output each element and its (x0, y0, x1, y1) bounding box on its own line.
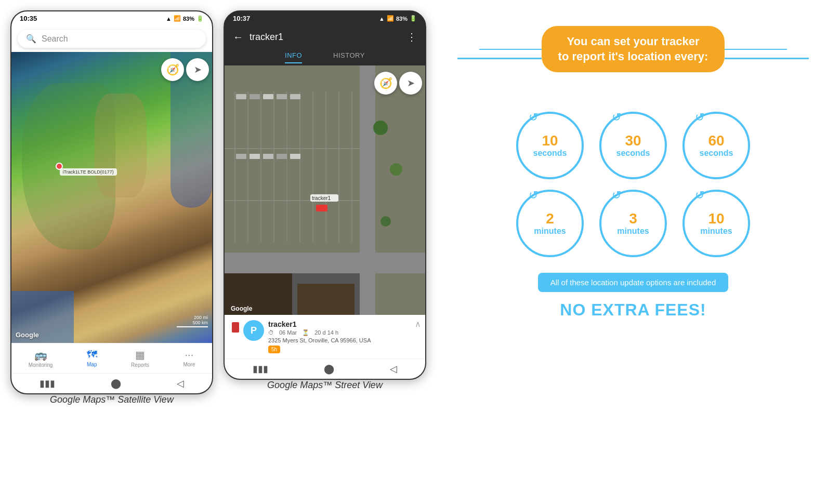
time-badge: 5h (268, 346, 280, 353)
tab-history[interactable]: HISTORY (333, 48, 365, 63)
tracker-details: tracker1 ⏱ 06 Mar ⏳ 20 d 14 h 2325 Myers… (268, 320, 418, 353)
circles-grid: ↺ 10 seconds ↺ 30 seconds ↺ 60 seconds (516, 112, 750, 257)
tracker-title: tracker1 (250, 32, 400, 43)
svg-rect-5 (297, 284, 355, 315)
compass-button[interactable]: 🧭 (161, 58, 184, 81)
system-recent-icon2[interactable]: ◁ (390, 363, 397, 375)
circle-30sec: ↺ 30 seconds (599, 112, 667, 179)
arrow-icon-2: ↺ (695, 111, 704, 124)
svg-point-29 (373, 121, 388, 135)
scale-label-km: 500 km (192, 320, 208, 325)
info-panel: You can set your tracker to report it's … (437, 10, 830, 335)
circle-60sec: ↺ 60 seconds (682, 112, 750, 179)
tracker-meta: ⏱ 06 Mar ⏳ 20 d 14 h (268, 329, 418, 336)
menu-button[interactable]: ⋮ (406, 31, 417, 43)
scale-line (177, 326, 208, 327)
circle-3min: ↺ 3 minutes (599, 190, 667, 257)
svg-text:tracker1: tracker1 (312, 195, 331, 201)
compass-icon: 🧭 (166, 63, 179, 76)
svg-rect-26 (277, 154, 287, 159)
svg-rect-23 (236, 154, 246, 159)
circle-3-number: 2 (546, 211, 554, 226)
phone2-header: ← tracker1 ⋮ (225, 25, 425, 48)
more-icon: ··· (185, 349, 194, 361)
right-divider-line (725, 58, 809, 59)
battery-icon: 🔋 (196, 15, 204, 22)
system-recent-icon[interactable]: ◁ (177, 378, 184, 389)
pin-label: iTrack1LTE BOLD(0177) (60, 168, 117, 176)
phone1-mockup: 10:35 ▲ 📶 83% 🔋 🔍 Search (10, 10, 213, 394)
phone1-time: 10:35 (20, 15, 37, 22)
phone2-status-icons: ▲ 📶 83% 🔋 (379, 15, 417, 22)
system-home-icon2[interactable]: ⬤ (324, 363, 334, 375)
phone1-caption: Google Maps™ Satellite View (10, 394, 213, 405)
phone2-aerial-map[interactable]: Google tracker1 🧭 ➤ (225, 65, 425, 315)
circle-5-unit: minutes (700, 226, 732, 236)
nav-reports[interactable]: ▦ Reports (127, 347, 153, 370)
scale-bar: 200 mi 500 km (177, 315, 208, 327)
svg-rect-2 (360, 65, 375, 315)
battery-text: 83% (183, 16, 194, 22)
banner-text: All of these location update options are… (550, 278, 716, 287)
monitoring-label: Monitoring (29, 362, 53, 368)
search-box[interactable]: 🔍 Search (18, 30, 206, 48)
circle-5-number: 10 (708, 211, 724, 226)
arrow-icon-0: ↺ (529, 111, 538, 124)
location-button[interactable]: ➤ (186, 58, 209, 81)
system-back-icon[interactable]: ▮▮▮ (40, 378, 55, 389)
compass-icon2: 🧭 (379, 77, 392, 89)
headline-box: You can set your tracker to report it's … (542, 26, 725, 72)
arrow-icon-1: ↺ (612, 111, 621, 124)
reports-icon: ▦ (135, 349, 145, 361)
svg-rect-27 (290, 154, 300, 159)
tab-info[interactable]: INFO (285, 48, 302, 63)
battery-icon2: 🔋 (410, 15, 417, 22)
location-icon: ➤ (194, 64, 202, 75)
tracker-address: 2325 Myers St, Oroville, CA 95966, USA (268, 337, 418, 343)
circle-1-number: 30 (625, 134, 641, 148)
headline-text: You can set your tracker to report it's … (558, 34, 708, 64)
phone1-search-area: 🔍 Search (11, 25, 212, 52)
compass-button2[interactable]: 🧭 (374, 72, 397, 95)
phone2-mockup: 10:37 ▲ 📶 83% 🔋 ← tracker1 ⋮ INFO HISTOR… (224, 10, 426, 380)
system-home-icon[interactable]: ⬤ (111, 378, 121, 389)
clock-icon: ⏱ (268, 329, 274, 336)
circle-10min: ↺ 10 minutes (682, 190, 750, 257)
nav-more[interactable]: ··· More (179, 347, 199, 370)
nav-map[interactable]: 🗺 Map (83, 347, 101, 370)
scroll-indicator: ∧ (415, 319, 421, 329)
search-placeholder: Search (42, 34, 68, 44)
svg-point-31 (380, 216, 391, 227)
reports-label: Reports (131, 362, 149, 368)
phone2-caption: Google Maps™ Street View (224, 380, 426, 391)
monitoring-icon: 🚌 (34, 349, 47, 361)
car-thumbnail (232, 322, 239, 333)
phone1-status-icons: ▲ 📶 83% 🔋 (166, 15, 204, 22)
left-divider-line (457, 58, 542, 59)
circle-2-unit: seconds (700, 148, 733, 158)
nav-monitoring[interactable]: 🚌 Monitoring (24, 347, 57, 370)
system-navigation: ▮▮▮ ⬤ ◁ (11, 373, 212, 393)
svg-rect-28 (316, 205, 327, 211)
phone2-time: 10:37 (233, 15, 250, 22)
svg-rect-22 (290, 94, 300, 99)
phone2-status-bar: 10:37 ▲ 📶 83% 🔋 (225, 11, 425, 25)
arrow-icon-3: ↺ (529, 189, 538, 202)
bottom-navigation: 🚌 Monitoring 🗺 Map ▦ Reports ··· More (11, 343, 212, 373)
arrow-icon-5: ↺ (695, 189, 704, 202)
phone1-satellite-map[interactable]: 🧭 ➤ iTrack1LTE BOLD(0177) Google 200 mi … (11, 52, 212, 343)
circle-10sec: ↺ 10 seconds (516, 112, 584, 179)
tracker-avatar: P (243, 320, 264, 341)
svg-rect-20 (263, 94, 273, 99)
location-button2[interactable]: ➤ (399, 72, 422, 95)
system-back-icon2[interactable]: ▮▮▮ (253, 363, 268, 375)
circle-0-unit: seconds (533, 148, 567, 158)
wifi-icon2: 📶 (387, 15, 394, 22)
calendar-icon: ⏳ (302, 329, 309, 336)
parking-lot-svg: Google tracker1 (225, 65, 425, 315)
arrow-icon-4: ↺ (612, 189, 621, 202)
no-extra-fees-text: NO EXTRA FEES! (560, 300, 706, 320)
back-button[interactable]: ← (233, 31, 243, 43)
svg-rect-19 (250, 94, 260, 99)
circle-1-unit: seconds (616, 148, 650, 158)
